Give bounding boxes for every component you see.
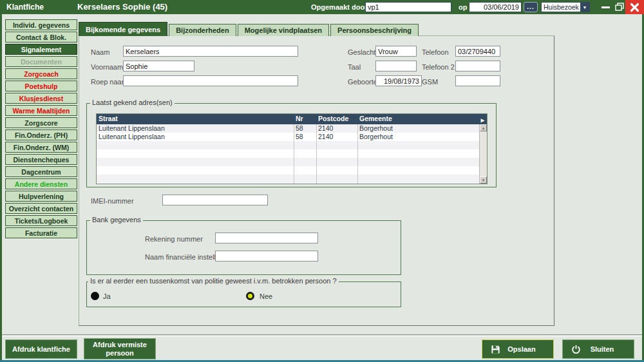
sidebar-item[interactable]: Overzicht contacten — [5, 203, 77, 214]
instelling-input[interactable] — [215, 251, 318, 262]
sidebar-item[interactable]: Contact & Blok. — [5, 32, 77, 43]
taal-input[interactable] — [375, 61, 417, 71]
scroll-up-icon[interactable]: ▲ — [480, 124, 487, 131]
geslacht-input[interactable] — [375, 46, 417, 57]
sidebar-item[interactable]: Zorgscore — [5, 117, 77, 128]
cell-postcode: 2140 — [316, 133, 357, 141]
geslacht-label: Geslacht — [348, 48, 375, 56]
sidebar-item[interactable]: Signalement — [5, 44, 77, 55]
police-groupbox-title: Is er al eerder een tussenkomst van poli… — [88, 277, 339, 285]
address-groupbox: Laatst gekend adres(sen) Straat Nr Postc… — [86, 103, 497, 187]
rekening-label: Rekening nummer — [145, 235, 203, 243]
power-icon — [571, 345, 581, 356]
tab-label: Bijkomende gegevens — [86, 26, 160, 33]
naam-label: Naam — [91, 48, 109, 56]
address-table-header[interactable]: Straat Nr Postcode Gemeente ▸ — [97, 114, 487, 124]
print-client-button[interactable]: Afdruk klantfiche — [5, 339, 77, 359]
sidebar-item[interactable]: Hulpverlening — [5, 191, 77, 202]
radio-nee[interactable] — [246, 292, 254, 300]
sidebar-item-label: Andere diensten — [15, 180, 68, 188]
cell-gemeente: Borgerhout — [357, 124, 479, 133]
sidebar-item-label: Contact & Blok. — [16, 33, 66, 41]
footer-divider — [2, 334, 642, 337]
sidebar-item[interactable]: Individ. gegevens — [5, 19, 77, 30]
klantfiche-window: Klantfiche Kerselaers Sophie (45) Opgema… — [0, 0, 644, 362]
restore-button[interactable] — [615, 3, 624, 12]
save-button[interactable]: Opslaan — [482, 339, 554, 359]
sidebar-item-label: Zorgcoach — [24, 70, 59, 78]
police-groupbox: Is er al eerder een tussenkomst van poli… — [86, 281, 401, 307]
created-by-input[interactable] — [365, 2, 451, 12]
sidebar: Individ. gegevens Contact & Blok. Signal… — [5, 19, 77, 240]
cell-straat: Luitenant Lippenslaan — [97, 133, 294, 141]
sidebar-item[interactable]: Dienstencheques — [5, 154, 77, 165]
titlebar: Klantfiche Kerselaers Sophie (45) Opgema… — [0, 0, 644, 14]
voornaam-label: Voornaam — [91, 63, 123, 71]
imei-label: IMEI-nummer — [91, 197, 134, 205]
telefoon2-input[interactable] — [455, 61, 500, 71]
contact-type-dropdown[interactable]: Huisbezoek ▼ — [541, 2, 590, 12]
instelling-label: Naam financiële instelling — [145, 253, 225, 261]
sidebar-item[interactable]: Dagcentrum — [5, 166, 77, 177]
date-picker-button[interactable]: ... — [524, 2, 538, 12]
sidebar-item[interactable]: Fin.Onderz. (WM) — [5, 142, 77, 153]
sidebar-item-label: Tickets/Logboek — [15, 217, 68, 225]
sidebar-item[interactable]: Warme Maaltijden — [5, 105, 77, 116]
gsm-input[interactable] — [455, 75, 500, 86]
table-scrollbar[interactable]: ▲ ▼ — [479, 124, 487, 184]
tab-label: Mogelijke vindplaatsen — [245, 26, 322, 34]
bank-groupbox: Bank gegevens Rekening nummer Naam finan… — [86, 220, 401, 275]
app-title: Klantfiche — [6, 3, 44, 12]
print-missing-person-button[interactable]: Afdruk vermiste persoon — [84, 338, 156, 359]
column-separator — [316, 124, 317, 184]
column-header-straat[interactable]: Straat — [97, 114, 294, 124]
floppy-disk-icon — [491, 345, 500, 356]
address-table: Straat Nr Postcode Gemeente ▸ Luitenant … — [96, 113, 488, 184]
close-form-button[interactable]: Sluiten — [562, 339, 634, 359]
save-button-label: Opslaan — [507, 345, 535, 354]
sidebar-item[interactable]: Zorgcoach — [5, 68, 77, 79]
column-separator — [357, 124, 358, 184]
sidebar-item[interactable]: Andere diensten — [5, 178, 77, 189]
minimize-button[interactable] — [601, 6, 610, 8]
sidebar-item[interactable]: Tickets/Logboek — [5, 215, 77, 226]
telefoon-input[interactable] — [455, 46, 500, 57]
sidebar-item[interactable]: Klusjesdienst — [5, 93, 77, 104]
radio-ja-label: Ja — [103, 292, 111, 300]
scroll-down-icon[interactable]: ▼ — [480, 176, 487, 184]
header-arrow-icon: ▸ — [478, 114, 487, 124]
date-input[interactable] — [469, 2, 522, 12]
column-header-nr[interactable]: Nr — [294, 114, 316, 124]
geboorte-label: Geboorte — [348, 78, 377, 86]
table-row[interactable]: Luitenant Lippenslaan 58 2140 Borgerhout — [97, 133, 479, 141]
tab[interactable]: Bijkomende gegevens — [79, 22, 167, 36]
sidebar-item-label: Dagcentrum — [21, 168, 61, 176]
tab[interactable]: Mogelijke vindplaatsen — [238, 24, 329, 36]
contact-type-value: Huisbezoek — [544, 3, 579, 11]
roepnaam-label: Roep naam — [91, 78, 128, 86]
radio-ja[interactable] — [91, 292, 99, 300]
telefoon2-label: Telefoon 2 — [422, 63, 455, 71]
sidebar-item[interactable]: Facturatie — [5, 227, 77, 238]
close-button[interactable] — [625, 0, 644, 14]
sidebar-item[interactable]: Fin.Onderz. (PH) — [5, 129, 77, 140]
voornaam-input[interactable] — [123, 61, 194, 71]
sidebar-item-label: Individ. gegevens — [13, 21, 70, 29]
column-header-gemeente[interactable]: Gemeente — [357, 114, 478, 124]
geboorte-input[interactable] — [375, 75, 422, 86]
table-row[interactable]: Luitenant Lippenslaan 58 2140 Borgerhout — [97, 124, 479, 133]
tab[interactable]: Bijzonderheden — [169, 24, 236, 36]
imei-input[interactable] — [162, 195, 268, 205]
sidebar-item[interactable]: Documenten — [5, 56, 77, 67]
tab-bar: Bijkomende gegevens Bijzonderheden Mogel… — [79, 22, 420, 36]
cell-postcode: 2140 — [316, 124, 357, 133]
naam-input[interactable] — [123, 46, 298, 57]
rekening-input[interactable] — [215, 233, 318, 243]
sidebar-item[interactable]: Poetshulp — [5, 81, 77, 91]
cell-nr: 58 — [294, 133, 316, 141]
chevron-down-icon[interactable]: ▼ — [580, 3, 589, 12]
cell-straat: Luitenant Lippenslaan — [97, 124, 294, 133]
column-header-postcode[interactable]: Postcode — [316, 114, 357, 124]
tab[interactable]: Persoonsbeschrijving — [330, 24, 419, 36]
roepnaam-input[interactable] — [123, 75, 298, 86]
